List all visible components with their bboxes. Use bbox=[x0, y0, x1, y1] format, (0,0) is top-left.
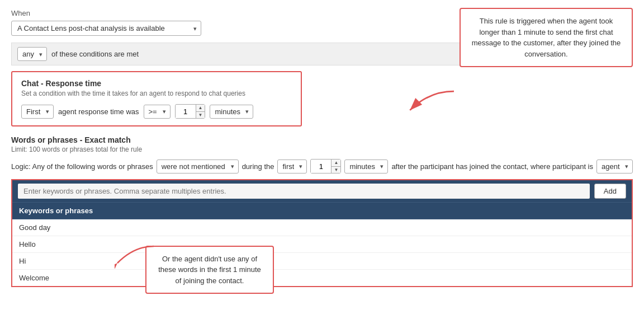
operator-dropdown[interactable]: >= bbox=[144, 105, 171, 119]
logic-row: Logic: Any of the following words or phr… bbox=[11, 159, 633, 173]
add-button[interactable]: Add bbox=[594, 184, 626, 199]
logic-minutes-dropdown[interactable]: minutes bbox=[344, 160, 388, 173]
any-dropdown[interactable]: any bbox=[17, 47, 47, 61]
number-up-btn[interactable]: ▲ bbox=[196, 105, 205, 112]
logic-number-group: ▲ ▼ bbox=[310, 159, 341, 173]
words-section-title: Words or phrases - Exact match bbox=[11, 135, 633, 144]
minutes-dropdown[interactable]: minutes bbox=[210, 105, 253, 119]
participant-dropdown[interactable]: agent bbox=[596, 160, 633, 173]
card-title: Chat - Response time bbox=[21, 79, 292, 88]
mentioned-dropdown-wrapper: were not mentioned bbox=[157, 160, 239, 173]
list-item: Hello bbox=[12, 236, 632, 253]
first-logic-dropdown[interactable]: first bbox=[277, 160, 307, 173]
number-down-btn[interactable]: ▼ bbox=[196, 112, 205, 119]
response-text: agent response time was bbox=[58, 107, 139, 116]
logic-number-input[interactable] bbox=[311, 160, 331, 173]
first-dropdown-wrapper: First bbox=[21, 105, 54, 119]
number-group: ▲ ▼ bbox=[175, 104, 206, 119]
page-wrapper: When A Contact Lens post-chat analysis i… bbox=[0, 0, 644, 333]
callout-bottom-text: Or the agent didn't use any of these wor… bbox=[158, 255, 261, 285]
callout-top: This rule is triggered when the agent to… bbox=[460, 8, 633, 67]
number-spinners: ▲ ▼ bbox=[196, 105, 205, 118]
minutes-dropdown-wrapper: minutes bbox=[210, 105, 253, 119]
participant-dropdown-wrapper: agent bbox=[596, 160, 633, 173]
logic-minutes-dropdown-wrapper: minutes bbox=[344, 160, 388, 173]
keywords-input[interactable] bbox=[18, 184, 590, 199]
logic-number-up-btn[interactable]: ▲ bbox=[332, 160, 340, 167]
callout-bottom: Or the agent didn't use any of these wor… bbox=[145, 246, 274, 294]
logic-number-spinners: ▲ ▼ bbox=[331, 160, 340, 173]
number-input[interactable] bbox=[176, 105, 196, 118]
keywords-table: Keywords or phrases Good day Hello Hi We… bbox=[12, 202, 632, 286]
arrow-top-icon bbox=[404, 87, 454, 115]
card-row: First agent response time was >= ▲ ▼ min… bbox=[21, 104, 292, 119]
logic-label: Logic: Any of the following words or phr… bbox=[11, 162, 153, 171]
logic-number-down-btn[interactable]: ▼ bbox=[332, 167, 340, 173]
card-subtitle: Set a condition with the time it takes f… bbox=[21, 90, 292, 97]
arrow-bottom-icon bbox=[115, 243, 154, 269]
list-item: Good day bbox=[12, 219, 632, 236]
when-dropdown[interactable]: A Contact Lens post-chat analysis is ava… bbox=[11, 21, 201, 36]
keywords-header: Keywords or phrases bbox=[12, 202, 632, 219]
callout-top-text: This rule is triggered when the agent to… bbox=[472, 17, 621, 58]
mentioned-dropdown[interactable]: were not mentioned bbox=[157, 160, 239, 173]
list-item: Welcome bbox=[12, 270, 632, 286]
operator-dropdown-wrapper: >= bbox=[144, 105, 171, 119]
words-section: Words or phrases - Exact match Limit: 10… bbox=[11, 135, 633, 287]
any-dropdown-wrapper: any bbox=[17, 47, 47, 61]
condition-text: of these conditions are met bbox=[51, 50, 139, 58]
words-section-subtitle: Limit: 100 words or phrases total for th… bbox=[11, 146, 633, 153]
keywords-input-row: Add bbox=[12, 180, 632, 202]
list-item: Hi bbox=[12, 253, 632, 270]
first-logic-dropdown-wrapper: first bbox=[277, 160, 307, 173]
after-text: after the participant has joined the con… bbox=[391, 162, 593, 171]
chat-response-card: Chat - Response time Set a condition wit… bbox=[11, 71, 302, 126]
first-dropdown[interactable]: First bbox=[21, 105, 54, 119]
during-text: during the bbox=[242, 162, 274, 171]
when-dropdown-wrapper: A Contact Lens post-chat analysis is ava… bbox=[11, 21, 201, 36]
keywords-container: Add Keywords or phrases Good day Hello H… bbox=[11, 179, 633, 287]
